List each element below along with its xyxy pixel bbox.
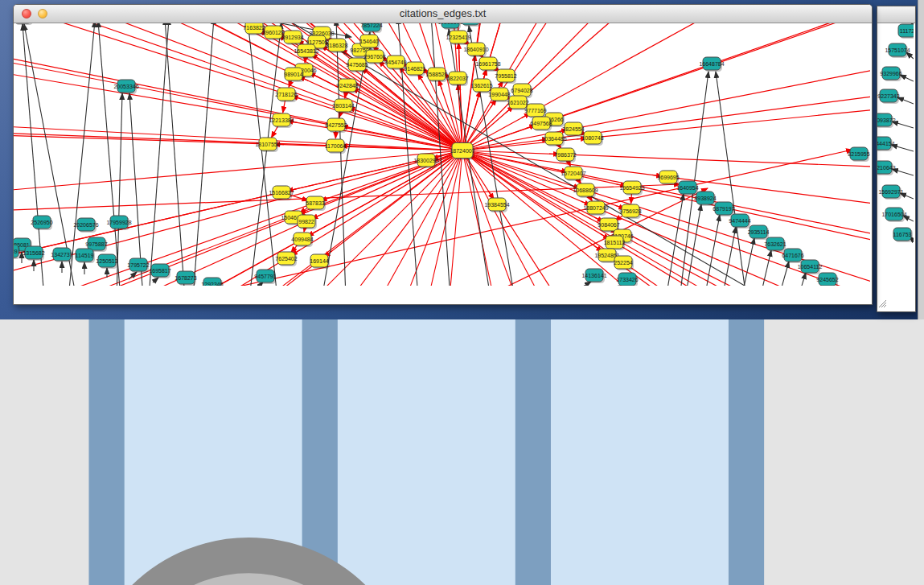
- graph-node[interactable]: 252254: [614, 256, 634, 270]
- graph-node[interactable]: 116753: [893, 228, 913, 242]
- graph-node[interactable]: 16210643: [877, 161, 896, 175]
- graph-node[interactable]: 9329966: [880, 67, 901, 81]
- graph-node[interactable]: 14136141: [581, 269, 606, 283]
- graph-node[interactable]: 1640954: [676, 181, 698, 196]
- graph-node[interactable]: 19384554: [484, 198, 509, 212]
- graph-node[interactable]: 989014: [284, 68, 304, 82]
- graph-node[interactable]: 9475685: [346, 58, 368, 72]
- graph-node[interactable]: 15720407: [561, 167, 585, 181]
- graph-node[interactable]: 8912934: [281, 31, 303, 45]
- graph-node[interactable]: 10688609: [573, 183, 598, 198]
- graph-node[interactable]: 9777169: [524, 104, 546, 118]
- svg-text:9457791: 9457791: [254, 274, 276, 279]
- graph-node[interactable]: 16648784: [699, 57, 724, 72]
- graph-node[interactable]: 1695817: [149, 264, 170, 278]
- graph-node[interactable]: 15166827: [269, 186, 294, 200]
- graph-node[interactable]: 18724007: [450, 143, 474, 160]
- graph-node[interactable]: 114519: [76, 249, 95, 263]
- svg-text:2967608: 2967608: [363, 54, 385, 60]
- graph-node[interactable]: 587833: [306, 196, 326, 211]
- graph-node[interactable]: 2967608: [363, 50, 385, 64]
- graph-node[interactable]: 8938924: [694, 192, 716, 206]
- svg-text:8454749: 8454749: [384, 60, 406, 65]
- graph-node[interactable]: 8215955: [848, 147, 869, 162]
- svg-text:15751074: 15751074: [885, 47, 910, 53]
- background-network-canvas[interactable]: 1117215751074932996692273431209387212444…: [877, 6, 915, 311]
- background-network-window[interactable]: 1117215751074932996692273431209387212444…: [877, 6, 916, 312]
- graph-node[interactable]: 8186328: [326, 39, 347, 53]
- graph-node[interactable]: 16961758: [475, 57, 500, 72]
- graph-node[interactable]: 9756928: [619, 204, 641, 219]
- svg-text:989014: 989014: [284, 72, 302, 77]
- svg-text:6794028: 6794028: [511, 88, 532, 93]
- svg-text:10688609: 10688609: [573, 187, 598, 193]
- graph-node[interactable]: 1080748: [581, 131, 603, 146]
- graph-node[interactable]: 7986372: [554, 148, 576, 163]
- graph-node[interactable]: 4099484: [291, 233, 313, 247]
- graph-node[interactable]: 9245652: [816, 273, 838, 286]
- svg-text:7986372: 7986372: [554, 152, 576, 158]
- svg-text:1678273: 1678273: [175, 275, 196, 281]
- graph-node[interactable]: 2718126: [275, 88, 297, 102]
- graph-node[interactable]: 15692971: [878, 185, 903, 200]
- graph-node[interactable]: 11172: [898, 24, 914, 39]
- graph-node[interactable]: 6879197: [713, 202, 734, 216]
- graph-node[interactable]: 8427552: [325, 118, 347, 133]
- graph-node[interactable]: 1678273: [175, 271, 196, 286]
- graph-node[interactable]: 1733426: [616, 273, 638, 286]
- svg-text:1640954: 1640954: [676, 185, 698, 191]
- graph-node[interactable]: 7632621: [764, 237, 786, 252]
- graph-node[interactable]: 9474444: [729, 214, 750, 229]
- graph-node[interactable]: 2803144: [332, 99, 354, 113]
- svg-text:9084067: 9084067: [598, 222, 619, 228]
- graph-node[interactable]: 9146821: [404, 62, 425, 76]
- svg-text:17959928: 17959928: [106, 220, 131, 225]
- graph-node[interactable]: 6471676: [782, 249, 803, 263]
- graph-node[interactable]: 154640: [359, 35, 380, 49]
- network-window[interactable]: citations_edges.txt 14055724206914061095…: [13, 4, 873, 305]
- graph-node[interactable]: 12444154: [877, 137, 895, 151]
- svg-text:14136141: 14136141: [581, 273, 606, 278]
- graph-node[interactable]: 7625402: [275, 252, 297, 266]
- graph-node[interactable]: 9242848: [336, 79, 358, 93]
- graph-node[interactable]: 20206576: [73, 218, 98, 233]
- graph-node[interactable]: 6497568: [530, 117, 552, 131]
- graph-node[interactable]: 12325419: [446, 31, 470, 45]
- svg-text:15166827: 15166827: [269, 190, 294, 196]
- window-title: citations_edges.txt: [14, 7, 872, 19]
- graph-node[interactable]: 9227343: [877, 89, 899, 104]
- graph-node[interactable]: 1292346: [201, 278, 223, 286]
- svg-text:6822037: 6822037: [446, 76, 468, 81]
- svg-text:116753: 116753: [893, 232, 912, 237]
- graph-node[interactable]: 2935114: [748, 225, 770, 240]
- network-canvas[interactable]: 1405572420691406109532371527602646616010…: [14, 5, 872, 289]
- graph-node[interactable]: 1315682: [23, 246, 44, 261]
- graph-node[interactable]: 1795722: [127, 258, 149, 273]
- graph-node[interactable]: 1815112: [604, 236, 626, 250]
- graph-node[interactable]: 1342737: [51, 248, 72, 262]
- graph-node[interactable]: 18640910: [463, 43, 488, 57]
- resize-grip-icon[interactable]: [877, 299, 887, 308]
- svg-text:99822: 99822: [298, 219, 314, 225]
- window-titlebar[interactable]: citations_edges.txt: [14, 5, 872, 23]
- graph-node[interactable]: 99822: [298, 215, 317, 229]
- graph-node[interactable]: 6822037: [446, 72, 468, 86]
- graph-node[interactable]: 7955812: [495, 69, 516, 84]
- graph-node[interactable]: 19654923: [619, 181, 644, 196]
- graph-node[interactable]: 2526950: [31, 216, 52, 230]
- graph-node[interactable]: 9457791: [254, 270, 276, 284]
- graph-node[interactable]: 17959928: [106, 216, 131, 230]
- graph-node[interactable]: 20364486: [541, 132, 566, 146]
- svg-text:6879197: 6879197: [713, 206, 734, 212]
- graph-node[interactable]: 15751074: [885, 43, 910, 58]
- graph-node[interactable]: 1588520: [425, 68, 447, 82]
- graph-node[interactable]: 17016504: [881, 208, 906, 222]
- graph-node[interactable]: 18107554: [255, 138, 280, 152]
- graph-node[interactable]: 1170064: [325, 139, 347, 154]
- svg-text:9127505: 9127505: [306, 39, 327, 45]
- graph-node[interactable]: 12213384: [269, 113, 294, 128]
- graph-node[interactable]: 1250513: [96, 254, 117, 269]
- graph-node[interactable]: 169144: [310, 254, 330, 269]
- graph-node[interactable]: 12093872: [877, 113, 896, 128]
- graph-node[interactable]: 9699695: [657, 171, 679, 185]
